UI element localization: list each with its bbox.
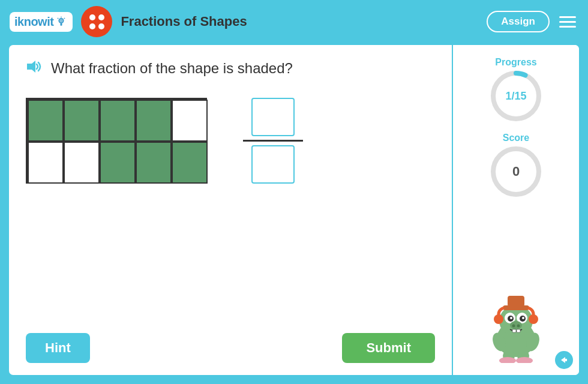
assign-button[interactable]: Assign (487, 11, 550, 32)
logo-text: iknowit (14, 15, 53, 29)
question-area: What fraction of the shape is shaded? Hi… (9, 45, 453, 375)
score-circle: 0 (489, 145, 543, 199)
svg-point-20 (517, 325, 520, 328)
score-label: Score (489, 133, 543, 143)
denominator-box[interactable] (251, 145, 295, 184)
svg-rect-21 (512, 329, 516, 332)
hint-button[interactable]: Hint (26, 333, 90, 363)
header-right: Assign (487, 11, 578, 32)
lesson-title: Fractions of Shapes (121, 14, 247, 29)
progress-label: Progress (489, 57, 543, 68)
fraction-grid (26, 98, 207, 184)
sound-icon[interactable] (26, 59, 43, 77)
svg-point-18 (510, 321, 522, 329)
numerator-box[interactable] (251, 98, 295, 136)
nav-arrow-button[interactable] (555, 351, 573, 369)
monster-area (480, 208, 552, 363)
progress-value: 1/15 (505, 90, 526, 103)
bulb-icon (56, 16, 67, 27)
svg-point-16 (510, 317, 512, 319)
hamburger-button[interactable] (557, 14, 578, 30)
svg-line-4 (64, 18, 65, 19)
svg-rect-1 (61, 23, 62, 26)
svg-marker-6 (27, 61, 35, 73)
sidebar: Progress 1/15 Score 0 (453, 45, 579, 375)
progress-circle: 1/15 (489, 69, 543, 123)
svg-point-19 (512, 325, 515, 328)
score-value: 0 (512, 164, 520, 179)
svg-rect-24 (508, 296, 524, 307)
grid-cell (64, 142, 100, 184)
shape-container (26, 98, 435, 184)
main-content: What fraction of the shape is shaded? Hi… (7, 43, 581, 377)
grid-cell (172, 100, 208, 142)
grid-cell (136, 142, 172, 184)
svg-line-3 (58, 18, 58, 19)
svg-point-26 (529, 314, 538, 324)
dice-icon (81, 6, 112, 37)
svg-point-25 (494, 314, 503, 324)
grid-cell (172, 142, 208, 184)
header: iknowit Fractions of Shapes Assign (0, 0, 588, 43)
svg-point-5 (59, 19, 63, 23)
grid-cell (28, 100, 64, 142)
score-section: Score 0 (489, 133, 543, 199)
grid-cell (28, 142, 64, 184)
progress-section: Progress 1/15 (489, 57, 543, 123)
bottom-bar: Hint Submit (26, 333, 435, 363)
question-text: What fraction of the shape is shaded? (51, 60, 293, 77)
fraction-answer (243, 98, 303, 184)
logo: iknowit (10, 12, 73, 32)
grid-cell (136, 100, 172, 142)
monster-illustration (480, 285, 552, 363)
fraction-line (243, 140, 303, 142)
grid-cell (64, 100, 100, 142)
svg-point-17 (522, 317, 524, 319)
submit-button[interactable]: Submit (342, 333, 435, 363)
question-header: What fraction of the shape is shaded? (26, 59, 435, 77)
svg-rect-22 (517, 329, 520, 332)
grid-cell (100, 100, 136, 142)
grid-cell (100, 142, 136, 184)
